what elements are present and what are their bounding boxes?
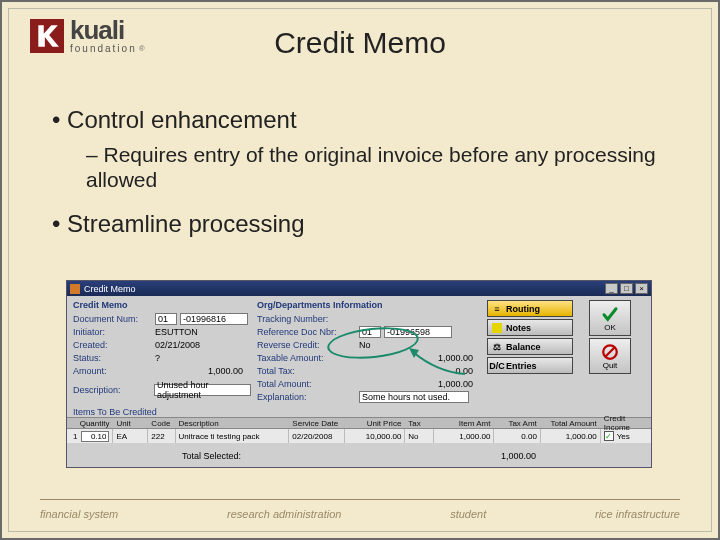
footer-separator (40, 499, 680, 500)
totals-row: Total Selected: 1,000.00 (67, 443, 651, 467)
footer-financial: financial system (40, 508, 118, 520)
created-label: Created: (73, 340, 155, 350)
hdr-code: Code (148, 418, 175, 428)
routing-label: Routing (506, 304, 540, 314)
ok-label: OK (604, 323, 616, 332)
totalamt-label: Total Amount: (257, 379, 359, 389)
grid-row[interactable]: 1 0.10 EA 222 Unitrace ti testing pack 0… (67, 429, 651, 443)
cell-unit-price: 10,000.00 (345, 429, 405, 443)
credit-income-value: Yes (617, 432, 630, 441)
entries-icon: D/C (492, 361, 502, 371)
cell-unit: EA (113, 429, 148, 443)
credit-memo-window: Credit Memo _ □ × Credit Memo Document N… (66, 280, 652, 468)
check-icon (601, 305, 619, 323)
left-legend: Credit Memo (73, 300, 251, 310)
footer-student: student (450, 508, 486, 520)
reverse-label: Reverse Credit: (257, 340, 359, 350)
row-line-number: 1 (73, 432, 77, 441)
hdr-total-amount: Total Amount (541, 418, 601, 428)
description-input[interactable]: Unused hour adjustment (154, 384, 251, 396)
balance-icon: ⚖ (492, 342, 502, 352)
taxable-value: 1,000.00 (359, 353, 481, 363)
routing-icon: ≡ (492, 304, 502, 314)
hdr-quantity: Quantity (67, 418, 113, 428)
doc-num-input[interactable]: -01996816 (180, 313, 248, 325)
mid-legend: Org/Departments Information (257, 300, 481, 310)
footer: financial system research administration… (40, 508, 680, 520)
reverse-value: No (359, 340, 371, 350)
cell-quantity: 1 0.10 (67, 429, 113, 443)
ok-quit-group: OK Quit (589, 300, 631, 403)
tracking-label: Tracking Number: (257, 314, 359, 324)
items-legend: Items To Be Credited (67, 405, 651, 417)
initiator-value: ESUTTON (155, 327, 198, 337)
middle-column: Org/Departments Information Tracking Num… (257, 296, 487, 405)
notes-label: Notes (506, 323, 531, 333)
cell-credit-income: ✓ Yes (601, 429, 651, 443)
doc-num-label: Document Num: (73, 314, 155, 324)
cell-tax-amt: 0.00 (494, 429, 540, 443)
status-label: Status: (73, 353, 155, 363)
cell-item-amt: 1,000.00 (434, 429, 494, 443)
cell-code: 222 (148, 429, 175, 443)
refdoc-prefix-input[interactable]: 01 (359, 326, 381, 338)
expl-input[interactable]: Some hours not used. (359, 391, 469, 403)
refdoc-input[interactable]: -01996598 (384, 326, 452, 338)
minimize-button[interactable]: _ (605, 283, 618, 294)
taxable-label: Taxable Amount: (257, 353, 359, 363)
refdoc-label: Reference Doc Nbr: (257, 327, 359, 337)
totals-label-text: Total Selected: (182, 451, 241, 461)
grid-header: Quantity Unit Code Description Service D… (67, 417, 651, 429)
hdr-unit-price: Unit Price (345, 418, 405, 428)
right-column: ≡ Routing Notes ⚖ Balance D/C Entries (487, 296, 651, 405)
bullet-1: • Control enhancement (52, 106, 668, 134)
cell-description: Unitrace ti testing pack (176, 429, 290, 443)
close-button[interactable]: × (635, 283, 648, 294)
cell-service-date: 02/20/2008 (289, 429, 345, 443)
expl-label: Explanation: (257, 392, 359, 402)
balance-label: Balance (506, 342, 541, 352)
totals-value: 1,000.00 (501, 451, 536, 461)
left-column: Credit Memo Document Num: 01 -01996816 I… (67, 296, 257, 405)
notes-button[interactable]: Notes (487, 319, 573, 336)
created-value: 02/21/2008 (155, 340, 200, 350)
quit-button[interactable]: Quit (589, 338, 631, 374)
cell-total-amt: 1,000.00 (541, 429, 601, 443)
hdr-credit-income: Credit Income (601, 418, 651, 428)
bullet-2-text: Streamline processing (67, 210, 304, 237)
balance-button[interactable]: ⚖ Balance (487, 338, 573, 355)
maximize-button[interactable]: □ (620, 283, 633, 294)
bullet-list: • Control enhancement – Requires entry o… (52, 106, 668, 246)
window-title: Credit Memo (84, 284, 605, 294)
hdr-item-amt: Item Amt (434, 418, 494, 428)
notes-icon (492, 323, 502, 333)
svg-line-1 (606, 347, 615, 356)
upper-panel: Credit Memo Document Num: 01 -01996816 I… (67, 296, 651, 405)
window-control-buttons: _ □ × (605, 283, 648, 294)
credit-income-checkbox[interactable]: ✓ (604, 431, 614, 441)
bullet-1-text: Control enhancement (67, 106, 296, 133)
hdr-tax: Tax (405, 418, 434, 428)
ok-button[interactable]: OK (589, 300, 631, 336)
quit-label: Quit (603, 361, 618, 370)
status-value: ? (155, 353, 160, 363)
bullet-1-sub: – Requires entry of the original invoice… (86, 142, 668, 192)
hdr-service-date: Service Date (289, 418, 345, 428)
totaltax-label: Total Tax: (257, 366, 359, 376)
doc-num-prefix-input[interactable]: 01 (155, 313, 177, 325)
slide-title: Credit Memo (2, 26, 718, 60)
routing-button[interactable]: ≡ Routing (487, 300, 573, 317)
window-icon (70, 284, 80, 294)
totaltax-value: 0.00 (359, 366, 481, 376)
qty-input[interactable]: 0.10 (81, 431, 109, 442)
entries-label: Entries (506, 361, 537, 371)
window-titlebar[interactable]: Credit Memo _ □ × (67, 281, 651, 296)
amount-value: 1,000.00 (155, 366, 251, 376)
entries-button[interactable]: D/C Entries (487, 357, 573, 374)
hdr-unit: Unit (113, 418, 148, 428)
cell-tax: No (405, 429, 434, 443)
bullet-2: • Streamline processing (52, 210, 668, 238)
totalamt-value: 1,000.00 (359, 379, 481, 389)
description-label: Description: (73, 385, 154, 395)
quit-icon (601, 343, 619, 361)
